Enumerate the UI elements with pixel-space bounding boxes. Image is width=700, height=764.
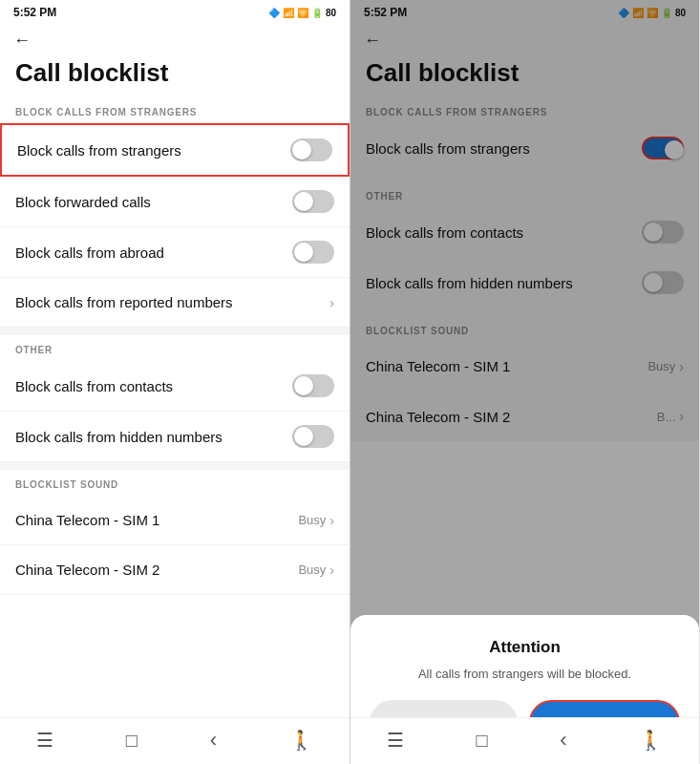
busy-label-sim1-left: Busy [298, 513, 326, 527]
chevron-sim2-left: › [329, 562, 334, 578]
item-label-strangers-left: Block calls from strangers [17, 142, 181, 159]
nav-user-icon-left[interactable]: 🚶 [289, 729, 313, 752]
busy-label-sim2-left: Busy [298, 562, 326, 577]
battery-icon: 🔋 [311, 8, 323, 18]
divider-2-left [0, 462, 350, 470]
status-bar-left: 5:52 PM 🔷 📶 🛜 🔋 80 [0, 0, 350, 23]
section-header-sound-left: BLOCKLIST SOUND [0, 470, 350, 496]
divider-1-left [0, 328, 350, 335]
section-header-strangers-left: BLOCK CALLS FROM STRANGERS [0, 97, 350, 123]
toggle-strangers-left[interactable] [290, 138, 332, 161]
toggle-forwarded-left[interactable] [292, 190, 334, 213]
nav-back-icon-left[interactable]: ‹ [210, 728, 217, 753]
item-block-reported-left[interactable]: Block calls from reported numbers › [0, 278, 350, 328]
battery-level: 80 [326, 8, 336, 18]
wifi-icon: 🛜 [297, 8, 308, 18]
dialog-body: All calls from strangers will be blocked… [370, 667, 680, 681]
back-button-left[interactable]: ← [13, 31, 31, 50]
item-label-abroad-left: Block calls from abroad [15, 244, 164, 261]
toggle-contacts-left[interactable] [292, 374, 334, 397]
item-label-reported-left: Block calls from reported numbers [15, 294, 233, 310]
item-right-sim2-left: Busy › [298, 562, 334, 578]
nav-menu-icon-right[interactable]: ☰ [387, 729, 404, 752]
toggle-hidden-left[interactable] [292, 425, 334, 448]
nav-menu-icon-left[interactable]: ☰ [36, 729, 53, 752]
left-panel: 5:52 PM 🔷 📶 🛜 🔋 80 ← Call blocklist BLOC… [0, 0, 350, 764]
signal-icon: 📶 [283, 8, 294, 18]
nav-user-icon-right[interactable]: 🚶 [639, 729, 663, 752]
item-label-sim2-left: China Telecom - SIM 2 [15, 562, 159, 578]
item-block-abroad-left[interactable]: Block calls from abroad [0, 227, 350, 278]
page-title-left: Call blocklist [0, 54, 350, 97]
bottom-nav-right: ☰ □ ‹ 🚶 [350, 717, 699, 764]
bottom-nav-left: ☰ □ ‹ 🚶 [0, 717, 350, 764]
item-label-contacts-left: Block calls from contacts [15, 378, 173, 394]
item-block-strangers-left[interactable]: Block calls from strangers [0, 123, 350, 177]
item-label-sim1-left: China Telecom - SIM 1 [15, 512, 159, 528]
item-block-hidden-left[interactable]: Block calls from hidden numbers [0, 412, 350, 462]
toggle-abroad-left[interactable] [292, 241, 334, 264]
nav-home-icon-left[interactable]: □ [126, 730, 138, 752]
item-right-sim1-left: Busy › [298, 513, 334, 528]
chevron-reported-left: › [329, 295, 334, 310]
section-header-other-left: OTHER [0, 335, 350, 361]
chevron-sim1-left: › [329, 513, 334, 528]
item-block-contacts-left[interactable]: Block calls from contacts [0, 361, 350, 412]
right-panel: 5:52 PM 🔷 📶 🛜 🔋 80 ← Call blocklist BLOC… [350, 0, 699, 764]
item-label-hidden-left: Block calls from hidden numbers [15, 429, 223, 445]
nav-home-icon-right[interactable]: □ [476, 730, 487, 752]
time-left: 5:52 PM [13, 6, 56, 19]
overlay: Attention All calls from strangers will … [350, 0, 699, 764]
item-label-forwarded-left: Block forwarded calls [15, 194, 151, 210]
item-sim2-left[interactable]: China Telecom - SIM 2 Busy › [0, 545, 350, 595]
dialog-title: Attention [370, 638, 680, 657]
bluetooth-icon: 🔷 [268, 8, 280, 18]
back-row-left: ← [0, 23, 350, 54]
status-icons-left: 🔷 📶 🛜 🔋 80 [268, 8, 336, 18]
item-block-forwarded-left[interactable]: Block forwarded calls [0, 177, 350, 227]
item-sim1-left[interactable]: China Telecom - SIM 1 Busy › [0, 496, 350, 545]
nav-back-icon-right[interactable]: ‹ [560, 728, 566, 753]
